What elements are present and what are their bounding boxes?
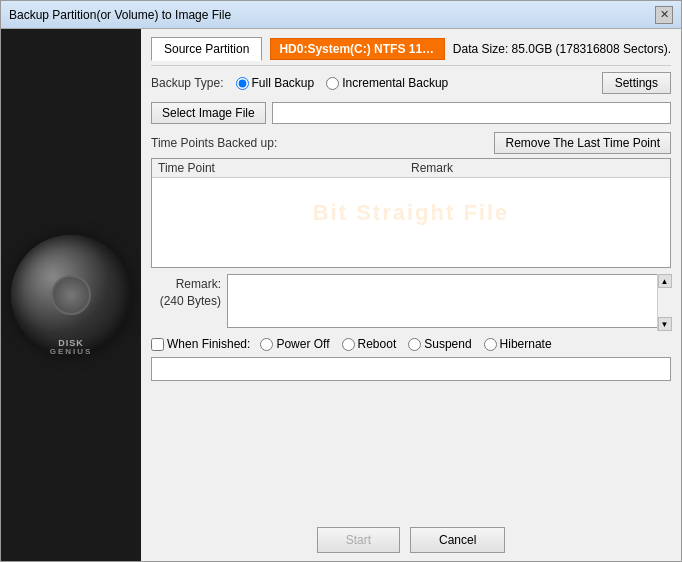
disk-label-genius: GENIUS	[50, 347, 93, 356]
scrollbar-up-arrow[interactable]: ▲	[658, 274, 672, 288]
full-backup-option[interactable]: Full Backup	[236, 76, 315, 90]
hibernate-radio[interactable]	[484, 338, 497, 351]
power-off-radio[interactable]	[260, 338, 273, 351]
select-image-row: Select Image File	[151, 102, 671, 124]
when-finished-label: When Finished:	[167, 337, 250, 351]
main-window: Backup Partition(or Volume) to Image Fil…	[0, 0, 682, 562]
title-bar: Backup Partition(or Volume) to Image Fil…	[1, 1, 681, 29]
remark-textarea-wrap: ▲ ▼	[227, 274, 671, 331]
time-point-column-header: Time Point	[158, 161, 411, 175]
remark-column-header: Remark	[411, 161, 664, 175]
hibernate-option[interactable]: Hibernate	[484, 337, 552, 351]
finish-options: Power Off Reboot Suspend Hibernate	[260, 337, 551, 351]
disk-outer	[11, 235, 131, 355]
table-watermark: Bit Straight File	[313, 200, 510, 226]
disk-illustration: DISK GENIUS	[6, 230, 136, 360]
close-button[interactable]: ✕	[655, 6, 673, 24]
power-off-label: Power Off	[276, 337, 329, 351]
comment-row	[151, 357, 671, 381]
table-header: Time Point Remark	[152, 159, 670, 178]
incremental-backup-option[interactable]: Incremental Backup	[326, 76, 448, 90]
hibernate-label: Hibernate	[500, 337, 552, 351]
settings-button[interactable]: Settings	[602, 72, 671, 94]
time-points-label: Time Points Backed up:	[151, 136, 277, 150]
time-points-header: Time Points Backed up: Remove The Last T…	[151, 132, 671, 154]
power-off-option[interactable]: Power Off	[260, 337, 329, 351]
start-button[interactable]: Start	[317, 527, 400, 553]
remark-row: Remark: (240 Bytes) ▲ ▼	[151, 274, 671, 331]
incremental-backup-radio[interactable]	[326, 77, 339, 90]
image-path-input[interactable]	[272, 102, 671, 124]
top-info-row: Source Partition HD0:System(C:) NTFS 117…	[151, 37, 671, 66]
bottom-buttons-row: Start Cancel	[151, 521, 671, 553]
window-title: Backup Partition(or Volume) to Image Fil…	[9, 8, 231, 22]
backup-type-options: Full Backup Incremental Backup	[236, 76, 449, 90]
partition-info: HD0:System(C:) NTFS 117.9G	[270, 38, 444, 60]
disk-inner	[51, 275, 91, 315]
when-finished-row: When Finished: Power Off Reboot Suspend	[151, 337, 671, 351]
cancel-button[interactable]: Cancel	[410, 527, 505, 553]
reboot-radio[interactable]	[342, 338, 355, 351]
suspend-radio[interactable]	[408, 338, 421, 351]
backup-type-row: Backup Type: Full Backup Incremental Bac…	[151, 72, 671, 94]
full-backup-label: Full Backup	[252, 76, 315, 90]
left-image-panel: DISK GENIUS	[1, 29, 141, 561]
reboot-option[interactable]: Reboot	[342, 337, 397, 351]
when-finished-checkbox[interactable]: When Finished:	[151, 337, 250, 351]
reboot-label: Reboot	[358, 337, 397, 351]
right-panel: Source Partition HD0:System(C:) NTFS 117…	[141, 29, 681, 561]
when-finished-input[interactable]	[151, 338, 164, 351]
content-area: DISK GENIUS Source Partition HD0:System(…	[1, 29, 681, 561]
suspend-option[interactable]: Suspend	[408, 337, 471, 351]
select-image-button[interactable]: Select Image File	[151, 102, 266, 124]
remark-scrollbar: ▲ ▼	[657, 274, 671, 331]
remark-label: Remark: (240 Bytes)	[151, 274, 221, 310]
comment-input[interactable]	[151, 357, 671, 381]
remark-textarea[interactable]	[227, 274, 671, 328]
incremental-backup-label: Incremental Backup	[342, 76, 448, 90]
time-points-table: Time Point Remark Bit Straight File	[151, 158, 671, 268]
suspend-label: Suspend	[424, 337, 471, 351]
source-partition-tab[interactable]: Source Partition	[151, 37, 262, 61]
backup-type-label: Backup Type:	[151, 76, 224, 90]
scrollbar-down-arrow[interactable]: ▼	[658, 317, 672, 331]
data-size-label: Data Size: 85.0GB (178316808 Sectors).	[453, 42, 671, 56]
full-backup-radio[interactable]	[236, 77, 249, 90]
remove-last-time-point-button[interactable]: Remove The Last Time Point	[494, 132, 671, 154]
